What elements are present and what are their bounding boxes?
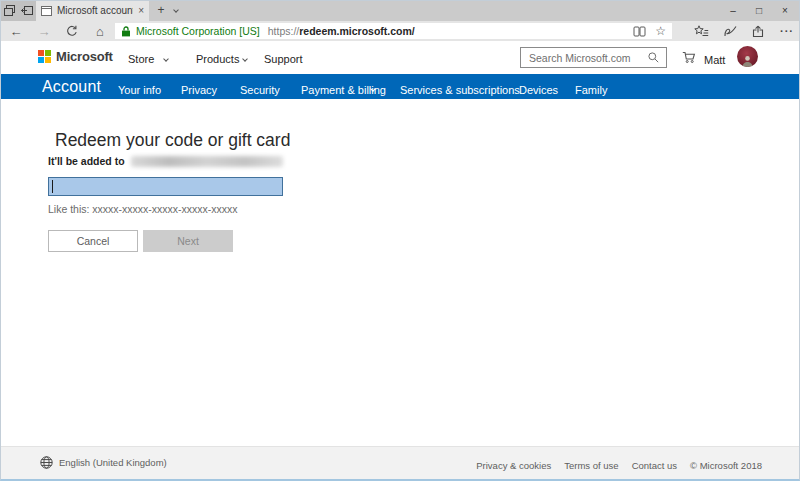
header-nav-store[interactable]: Store: [128, 53, 154, 65]
tab-title: Microsoft account | Red: [57, 5, 133, 16]
footer-link-contact[interactable]: Contact us: [632, 460, 677, 471]
forward-icon[interactable]: →: [34, 21, 54, 41]
address-bar[interactable]: Microsoft Corporation [US] https:// rede…: [115, 23, 672, 39]
minimize-button[interactable]: –: [720, 0, 746, 21]
new-tab-button[interactable]: +: [153, 2, 169, 18]
microsoft-logo[interactable]: Microsoft: [38, 49, 113, 64]
cancel-button[interactable]: Cancel: [48, 230, 138, 252]
add-favorite-star-icon[interactable]: ☆: [655, 25, 666, 37]
text-caret: [52, 180, 53, 193]
language-label[interactable]: English (United Kingdom): [59, 457, 167, 468]
microsoft-header: [0, 41, 800, 74]
code-format-hint: Like this: xxxxx-xxxxx-xxxxx-xxxxx-xxxxx: [48, 203, 238, 215]
footer-copyright: © Microsoft 2018: [690, 460, 762, 471]
tabs-preview-icon[interactable]: [4, 5, 15, 16]
added-to-label: It'll be added to: [48, 155, 125, 167]
hub-favorites-icon[interactable]: [694, 25, 709, 37]
microsoft-logo-icon: [38, 50, 51, 63]
nav-security[interactable]: Security: [240, 84, 280, 96]
account-user-name[interactable]: Matt: [704, 54, 725, 66]
cart-icon[interactable]: [682, 51, 696, 64]
account-brand[interactable]: Account: [42, 78, 101, 96]
next-button[interactable]: Next: [143, 230, 233, 252]
back-icon[interactable]: ←: [6, 21, 26, 41]
added-to-row: It'll be added to: [48, 155, 283, 167]
header-nav-products[interactable]: Products: [196, 53, 239, 65]
footer-link-privacy[interactable]: Privacy & cookies: [476, 460, 551, 471]
page-icon: [41, 6, 52, 16]
search-input[interactable]: [521, 52, 648, 64]
language-picker[interactable]: English (United Kingdom): [40, 456, 167, 469]
window-controls: – □ ×: [720, 0, 798, 21]
tab-close-icon[interactable]: ×: [138, 6, 144, 16]
footer-link-terms[interactable]: Terms of use: [564, 460, 618, 471]
refresh-icon[interactable]: [62, 21, 82, 41]
page-title: Redeem your code or gift card: [55, 130, 290, 151]
footer-links: Privacy & cookies Terms of use Contact u…: [476, 460, 762, 471]
code-input[interactable]: [48, 177, 283, 196]
nav-devices[interactable]: Devices: [519, 84, 558, 96]
more-options-icon[interactable]: ···: [780, 25, 794, 37]
tab-actions: [0, 0, 36, 21]
tab-list-chevron-icon[interactable]: [173, 7, 179, 13]
nav-privacy[interactable]: Privacy: [181, 84, 217, 96]
close-button[interactable]: ×: [772, 0, 798, 21]
tab-bar: Microsoft account | Red × + – □ ×: [0, 0, 800, 21]
share-icon[interactable]: [752, 25, 765, 38]
nav-services-subscriptions[interactable]: Services & subscriptions: [400, 84, 520, 96]
maximize-button[interactable]: □: [746, 0, 772, 21]
lock-icon: [121, 26, 131, 37]
url-scheme: https://: [268, 25, 300, 37]
redacted-email: [131, 156, 283, 167]
home-icon[interactable]: ⌂: [90, 21, 110, 41]
set-tabs-aside-icon[interactable]: [21, 5, 33, 16]
site-search: [520, 47, 667, 68]
site-security-name[interactable]: Microsoft Corporation [US]: [136, 25, 260, 37]
url-host: redeem.microsoft.com/: [299, 25, 415, 37]
globe-icon: [40, 456, 53, 469]
browser-tab[interactable]: Microsoft account | Red ×: [36, 0, 149, 21]
search-icon[interactable]: [648, 52, 666, 63]
header-nav-support[interactable]: Support: [264, 53, 303, 65]
browser-window: Microsoft account | Red × + – □ × ← → ⌂ …: [0, 0, 800, 481]
microsoft-logo-text: Microsoft: [56, 49, 113, 64]
nav-family[interactable]: Family: [575, 84, 607, 96]
reading-view-icon[interactable]: [633, 26, 646, 37]
user-avatar[interactable]: [737, 46, 758, 67]
web-note-pen-icon[interactable]: [724, 25, 737, 37]
nav-your-info[interactable]: Your info: [118, 84, 161, 96]
